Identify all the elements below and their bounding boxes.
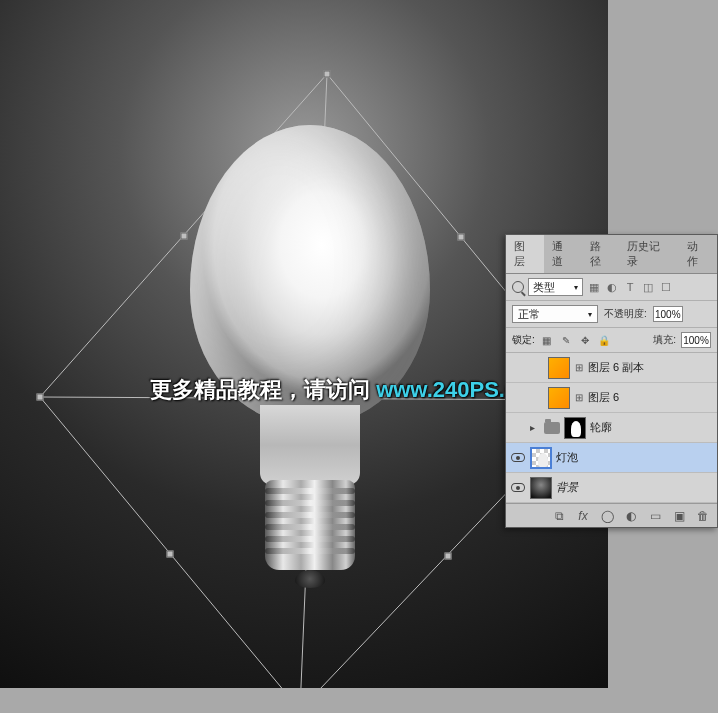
layer-row[interactable]: ⊞ 图层 6	[506, 383, 717, 413]
layer-row[interactable]: 背景	[506, 473, 717, 503]
chevron-down-icon: ▾	[588, 310, 592, 319]
filter-pixel-icon[interactable]: ▦	[587, 280, 601, 294]
filter-type-icon[interactable]: T	[623, 280, 637, 294]
opacity-input[interactable]: 100%	[653, 306, 683, 322]
visibility-toggle[interactable]	[510, 360, 526, 376]
new-layer-icon[interactable]: ▣	[671, 508, 687, 524]
transform-handle[interactable]	[181, 233, 188, 240]
layer-row[interactable]: ⊞ 图层 6 副本	[506, 353, 717, 383]
watermark-left: 更多精品教程，请访问	[150, 377, 376, 402]
transform-handle[interactable]	[37, 394, 44, 401]
layers-list: ⊞ 图层 6 副本 ⊞ 图层 6 ▸ 轮廓 灯泡 背景	[506, 353, 717, 503]
filter-kind-select[interactable]: 类型 ▾	[528, 278, 583, 296]
eye-icon	[511, 483, 525, 492]
filter-kind-label: 类型	[533, 280, 555, 295]
lock-move-icon[interactable]: ✥	[578, 333, 592, 347]
layer-name[interactable]: 图层 6	[588, 390, 619, 405]
adjustment-icon[interactable]: ◐	[623, 508, 639, 524]
transform-handle[interactable]	[445, 553, 452, 560]
mask-link-icon[interactable]: ⊞	[574, 390, 584, 406]
lock-pixels-icon[interactable]: ▦	[540, 333, 554, 347]
trash-icon[interactable]: 🗑	[695, 508, 711, 524]
mask-link-icon[interactable]: ⊞	[574, 360, 584, 376]
tab-history[interactable]: 历史记录	[619, 235, 679, 273]
blend-mode-value: 正常	[518, 307, 540, 322]
layer-row[interactable]: ▸ 轮廓	[506, 413, 717, 443]
layer-row[interactable]: 灯泡	[506, 443, 717, 473]
fill-input[interactable]: 100%	[681, 332, 711, 348]
fill-label: 填充:	[653, 333, 676, 347]
lightbulb-image	[190, 125, 430, 565]
link-layers-icon[interactable]: ⧉	[551, 508, 567, 524]
opacity-label: 不透明度:	[604, 307, 647, 321]
search-icon[interactable]	[512, 281, 524, 293]
filter-smart-icon[interactable]: ☐	[659, 280, 673, 294]
layer-thumbnail[interactable]	[530, 447, 552, 469]
filter-shape-icon[interactable]: ◫	[641, 280, 655, 294]
tab-actions[interactable]: 动作	[679, 235, 717, 273]
panel-footer: ⧉ fx ◯ ◐ ▭ ▣ 🗑	[506, 503, 717, 527]
layer-name[interactable]: 轮廓	[590, 420, 612, 435]
fx-icon[interactable]: fx	[575, 508, 591, 524]
lock-all-icon[interactable]: 🔒	[597, 333, 611, 347]
layers-panel: 图层 通道 路径 历史记录 动作 类型 ▾ ▦ ◐ T ◫ ☐ 正常 ▾ 不透明…	[505, 234, 718, 528]
folder-icon	[544, 422, 560, 434]
layer-filter-row: 类型 ▾ ▦ ◐ T ◫ ☐	[506, 274, 717, 301]
eye-icon	[511, 453, 525, 462]
transform-handle[interactable]	[167, 551, 174, 558]
tab-paths[interactable]: 路径	[582, 235, 620, 273]
tab-channels[interactable]: 通道	[544, 235, 582, 273]
chevron-down-icon: ▾	[574, 283, 578, 292]
transform-handle[interactable]	[324, 71, 331, 78]
layer-thumbnail[interactable]	[548, 387, 570, 409]
lock-row: 锁定: ▦ ✎ ✥ 🔒 填充: 100%	[506, 328, 717, 353]
lock-brush-icon[interactable]: ✎	[559, 333, 573, 347]
layer-thumbnail[interactable]	[548, 357, 570, 379]
layer-name[interactable]: 背景	[556, 480, 578, 495]
group-disclosure-icon[interactable]: ▸	[530, 422, 540, 433]
blend-mode-select[interactable]: 正常 ▾	[512, 305, 598, 323]
mask-icon[interactable]: ◯	[599, 508, 615, 524]
layer-name[interactable]: 图层 6 副本	[588, 360, 644, 375]
lock-label: 锁定:	[512, 333, 535, 347]
tab-layers[interactable]: 图层	[506, 235, 544, 273]
group-icon[interactable]: ▭	[647, 508, 663, 524]
filter-adjust-icon[interactable]: ◐	[605, 280, 619, 294]
visibility-toggle[interactable]	[510, 450, 526, 466]
blend-row: 正常 ▾ 不透明度: 100%	[506, 301, 717, 328]
visibility-toggle[interactable]	[510, 420, 526, 436]
mask-thumbnail[interactable]	[564, 417, 586, 439]
layer-name[interactable]: 灯泡	[556, 450, 578, 465]
visibility-toggle[interactable]	[510, 480, 526, 496]
transform-handle[interactable]	[458, 234, 465, 241]
panel-tabs: 图层 通道 路径 历史记录 动作	[506, 235, 717, 274]
visibility-toggle[interactable]	[510, 390, 526, 406]
layer-thumbnail[interactable]	[530, 477, 552, 499]
watermark-text: 更多精品教程，请访问 www.240PS.com	[150, 375, 550, 405]
